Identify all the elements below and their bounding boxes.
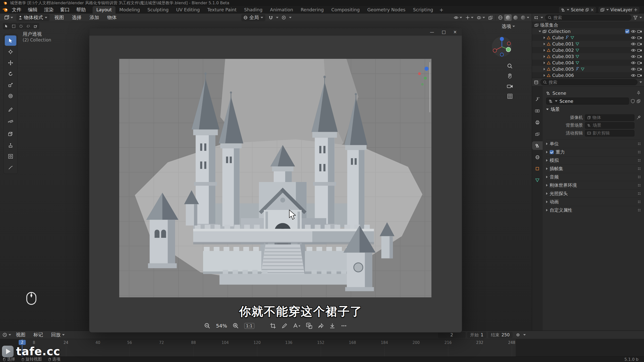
tab-rendering[interactable]: Rendering [297,6,328,14]
drag-handle-icon[interactable] [638,176,640,178]
viewport-options-dropdown[interactable]: 选项 [500,23,517,30]
drag-handle-icon[interactable] [638,184,640,187]
drag-handle-icon[interactable] [638,143,640,145]
timeline-band[interactable]: 8 24 40 56 72 88 104 120 136 152 168 184… [0,339,644,356]
tool-cursor[interactable] [5,47,16,57]
proportional-options-chevron[interactable] [289,17,292,18]
tool-annotate[interactable] [5,104,16,115]
outliner-editor-icon[interactable] [534,16,539,20]
scene-selector[interactable]: Scene × [559,7,596,13]
hide-eye-icon[interactable] [631,49,636,52]
tool-add-cube[interactable] [5,129,16,139]
zoom-in-icon[interactable] [233,323,239,329]
timeline-menu-playback[interactable]: 回放 [48,331,68,339]
menu-help[interactable]: 帮助 [73,6,89,14]
chevron-down-icon[interactable] [639,81,642,83]
current-frame-field[interactable]: 2 [438,332,466,338]
menu-window[interactable]: 窗口 [57,6,73,14]
shading-material-button[interactable] [512,14,519,21]
ocr-translate-icon[interactable] [306,323,312,329]
shading-wireframe-button[interactable] [497,14,504,21]
tab-object[interactable] [532,164,543,173]
timeline-menu-marker[interactable]: 标记 [30,331,46,339]
properties-search-input[interactable]: 搜索 [540,79,637,85]
viewport-ortho-toggle[interactable] [505,92,515,101]
viewport-pan-button[interactable] [505,72,515,81]
chevron-down-icon[interactable] [9,334,11,336]
camera-object-field[interactable]: 物体 [585,114,634,121]
blender-menu-logo-icon[interactable] [3,8,9,12]
proportional-edit-toggle[interactable] [280,14,288,21]
section-audio[interactable]: 音频 [546,173,640,181]
hide-eye-icon[interactable] [631,30,636,33]
section-gravity[interactable]: 重力 [546,148,640,156]
viewport-menu-view[interactable]: 视图 [51,14,67,21]
viewlayer-selector[interactable]: ViewLayer [598,7,639,13]
mode-dropdown[interactable]: 物体模式 [16,14,50,21]
tab-compositing[interactable]: Compositing [328,6,364,14]
frame-end-field[interactable]: 结束250 [488,332,513,338]
menu-file[interactable]: 文件 [9,6,25,14]
tab-modeling[interactable]: Modeling [115,6,144,14]
frame-start-field[interactable]: 开始1 [467,332,487,338]
expand-arrow-icon[interactable] [544,68,545,70]
tool-transform[interactable] [5,91,16,101]
close-icon[interactable]: × [453,29,457,34]
menu-render[interactable]: 渲染 [41,6,57,14]
tab-tool[interactable] [532,95,543,104]
outliner-row-object[interactable]: Cube.006 [532,72,644,78]
active-clip-field[interactable]: 影片剪辑 [585,130,634,137]
pen-icon[interactable] [281,323,288,329]
tool-inset[interactable] [5,151,16,161]
viewport-zoom-button[interactable] [505,62,515,71]
tab-layout[interactable]: Layout [93,6,115,14]
fake-user-shield-icon[interactable] [631,99,635,103]
tab-scripting[interactable]: Scripting [409,6,437,14]
zoom-out-icon[interactable] [204,323,210,329]
download-icon[interactable] [329,323,335,329]
tab-world[interactable] [532,153,543,161]
floating-viewer-window[interactable]: — □ × [89,28,462,333]
drag-handle-icon[interactable] [638,151,640,153]
section-rigid-body-world[interactable]: 刚体世界环境 [546,181,640,189]
shading-solid-button[interactable] [504,14,512,21]
select-circle-button[interactable] [18,23,24,29]
select-box-button[interactable] [10,23,17,29]
unlink-icon[interactable]: × [590,7,594,12]
transform-orientation-dropdown[interactable]: 全局 [241,14,265,21]
drag-handle-icon[interactable] [638,167,640,170]
outliner-row-object[interactable]: Cube.004 [532,60,644,66]
more-icon[interactable] [341,323,347,329]
hide-eye-icon[interactable] [631,42,636,46]
tab-scene[interactable] [532,141,543,150]
navigation-gizmo[interactable] [491,36,513,58]
chevron-down-icon[interactable] [541,17,543,18]
timeline-editor-icon[interactable] [3,333,7,337]
share-arrow-icon[interactable] [318,323,324,329]
tab-output[interactable] [532,118,543,127]
gravity-checkbox[interactable] [550,150,554,154]
keying-options-chevron[interactable] [523,334,526,336]
hide-eye-icon[interactable] [631,36,636,39]
section-units[interactable]: 单位 [546,140,640,148]
timeline-menu-view[interactable]: 视图 [13,331,29,339]
playhead-frame-label[interactable]: 2 [19,340,26,345]
maximize-icon[interactable]: □ [442,29,446,34]
viewport-menu-add[interactable]: 添加 [86,14,102,21]
outliner-row-object[interactable]: Cube.005 [532,66,644,72]
render-camera-icon[interactable] [637,49,642,52]
menu-edit[interactable]: 编辑 [25,6,41,14]
tab-uv-editing[interactable]: UV Editing [172,6,204,14]
render-camera-icon[interactable] [637,36,642,39]
viewer-titlebar[interactable]: — □ × [89,28,462,36]
auto-keyframe-toggle[interactable] [514,332,522,338]
tab-render[interactable] [532,107,543,115]
render-camera-icon[interactable] [637,61,642,65]
select-mode-extra-button[interactable] [32,23,39,29]
drag-handle-icon[interactable] [638,201,640,203]
add-workspace-button[interactable]: + [437,6,446,14]
tool-rotate[interactable] [5,69,16,79]
expand-arrow-icon[interactable] [544,36,545,39]
section-simulation[interactable]: 模拟 [546,156,640,164]
tool-extrude[interactable] [5,140,16,150]
